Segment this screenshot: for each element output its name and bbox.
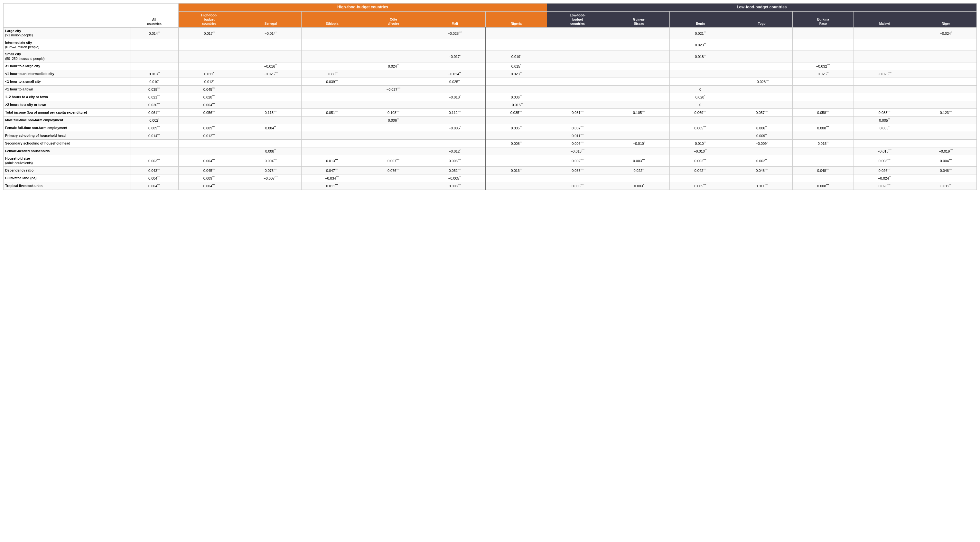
row-label: Secondary schooling of household head	[3, 139, 130, 147]
data-cell	[547, 86, 608, 93]
row-label: Female-headed households	[3, 147, 130, 155]
data-cell: 0.004**	[240, 124, 302, 132]
data-cell: 0.033***	[547, 167, 608, 175]
data-cell	[547, 78, 608, 86]
col-senegal: Senegal	[240, 11, 302, 27]
data-cell	[485, 175, 547, 182]
data-cell: −0.018***	[854, 147, 915, 155]
data-cell: 0.035***	[485, 109, 547, 116]
table-row: Intermediate city(0.25–1 million people)…	[3, 39, 977, 51]
data-cell: 0.024**	[363, 62, 424, 70]
data-cell: −0.026***	[854, 70, 915, 78]
data-cell: 0.105***	[608, 109, 670, 116]
data-cell	[363, 101, 424, 109]
data-cell	[301, 116, 363, 124]
data-cell: −0.034***	[301, 175, 363, 182]
high-food-budget-group-header: High-food-budget countries	[179, 3, 547, 11]
data-cell	[915, 124, 977, 132]
data-cell	[130, 51, 179, 62]
data-cell	[363, 182, 424, 190]
data-cell	[670, 62, 731, 70]
data-cell: 0.016**	[485, 167, 547, 175]
data-cell	[179, 39, 240, 51]
table-row: Tropical livestock units0.004***0.004***…	[3, 182, 977, 190]
data-cell	[424, 116, 486, 124]
data-cell	[485, 147, 547, 155]
data-cell: −0.007***	[240, 175, 302, 182]
data-cell: −0.005**	[424, 175, 486, 182]
data-cell: 0.008***	[854, 155, 915, 166]
data-cell: 0.004***	[179, 155, 240, 166]
data-cell	[792, 78, 854, 86]
data-cell: 0.021**	[670, 27, 731, 39]
col-niger: Niger	[915, 11, 977, 27]
data-cell	[731, 101, 792, 109]
col-ethiopia: Ethiopia	[301, 11, 363, 27]
row-label: <1 hour to a large city	[3, 62, 130, 70]
col-low-budget-countries: Low-food-budgetcountries	[547, 11, 608, 27]
table-row: Female full-time non-farm employment0.00…	[3, 124, 977, 132]
data-cell	[240, 101, 302, 109]
data-cell: 0.004***	[130, 182, 179, 190]
data-cell	[485, 78, 547, 86]
data-cell: 0.010**	[670, 139, 731, 147]
data-cell	[792, 93, 854, 101]
data-cell: 0.005**	[854, 116, 915, 124]
data-cell: 0.009***	[179, 175, 240, 182]
data-cell: 0.048***	[792, 167, 854, 175]
data-cell: 0.013**	[130, 70, 179, 78]
row-label: 1–2 hours to a city or town	[3, 93, 130, 101]
data-cell: 0.081***	[547, 109, 608, 116]
data-cell: 0.019*	[485, 51, 547, 62]
data-cell	[301, 101, 363, 109]
table-row: >2 hours to a city or town0.020***0.064*…	[3, 101, 977, 109]
data-cell: 0.021***	[130, 93, 179, 101]
data-cell	[731, 93, 792, 101]
data-cell	[424, 62, 486, 70]
data-cell	[301, 86, 363, 93]
data-cell: 0.028***	[179, 93, 240, 101]
data-cell: 0.052***	[424, 167, 486, 175]
data-cell: 0.006**	[363, 116, 424, 124]
data-cell	[915, 132, 977, 140]
data-cell	[240, 132, 302, 140]
table-row: <1 hour to a small city0.010*0.012*0.039…	[3, 78, 977, 86]
data-cell: 0.023***	[854, 182, 915, 190]
row-label: Household size(adult equivalents)	[3, 155, 130, 166]
data-cell	[547, 62, 608, 70]
data-cell	[915, 139, 977, 147]
data-cell: 0.008***	[424, 182, 486, 190]
table-row: Female-headed households0.008**−0.012*−0…	[3, 147, 977, 155]
table-row: Primary schooling of household head0.014…	[3, 132, 977, 140]
data-cell	[547, 51, 608, 62]
data-cell: 0.045***	[179, 167, 240, 175]
data-cell	[240, 86, 302, 93]
data-cell	[485, 27, 547, 39]
data-cell: 0.036**	[485, 93, 547, 101]
data-cell	[731, 86, 792, 93]
data-cell	[363, 139, 424, 147]
data-cell: 0.083***	[854, 109, 915, 116]
empty-header	[3, 3, 130, 28]
col-high-budget-countries: High-food-budgetcountries	[179, 11, 240, 27]
data-cell: 0.012***	[179, 132, 240, 140]
data-cell	[608, 175, 670, 182]
data-cell: 0.006***	[547, 182, 608, 190]
data-cell	[179, 51, 240, 62]
data-cell: 0.006***	[547, 139, 608, 147]
data-cell	[792, 116, 854, 124]
data-cell: 0.023**	[485, 70, 547, 78]
table-row: <1 hour to an intermediate city0.013**0.…	[3, 70, 977, 78]
data-cell	[485, 132, 547, 140]
col-malawi: Malawi	[854, 11, 915, 27]
data-cell	[363, 132, 424, 140]
table-row: <1 hour to a large city−0.016**0.024**0.…	[3, 62, 977, 70]
data-cell: −0.025***	[240, 70, 302, 78]
data-cell: −0.024**	[424, 70, 486, 78]
data-cell: 0.025**	[792, 70, 854, 78]
data-cell	[854, 139, 915, 147]
data-cell	[915, 93, 977, 101]
row-label: Small city(50–250 thousand people)	[3, 51, 130, 62]
data-cell: 0.022**	[608, 167, 670, 175]
col-nigeria: Nigeria	[485, 11, 547, 27]
